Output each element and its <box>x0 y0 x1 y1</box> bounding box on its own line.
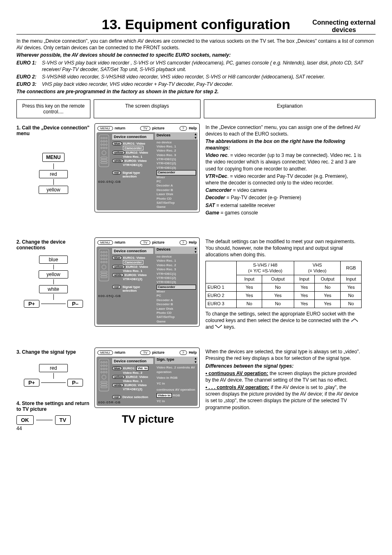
device-list-item[interactable]: Video Rec. 1 <box>157 259 196 263</box>
svg-point-35 <box>357 321 358 322</box>
osd-panel-1: MENU return TV picture ? Help <box>95 123 200 212</box>
step2-title: 2. Change the device connections <box>16 239 90 251</box>
table-row: EURO 2YesYesYesYesNo <box>206 291 362 299</box>
svg-point-46 <box>103 368 105 370</box>
device-list-item[interactable]: Photo CD <box>157 311 196 315</box>
device-list-item[interactable]: VTR+DEC(1) <box>157 157 196 161</box>
device-list-item[interactable]: VTR+DEC(3) <box>157 280 196 284</box>
intro-footer: The connections are pre-programmed in th… <box>16 88 376 95</box>
scroll-arrows-icon[interactable]: ▲▼ <box>194 246 198 254</box>
svg-rect-54 <box>101 386 107 388</box>
white-key[interactable]: white <box>39 285 68 293</box>
step1-title: 1. Call the „Device connection" menu <box>16 125 90 136</box>
svg-point-12 <box>106 147 107 149</box>
signal-list-item[interactable]: continuous AV operation <box>157 388 196 392</box>
device-list-item[interactable]: Decoder A <box>157 184 196 188</box>
r1-p2: The abbreviations in the box on the righ… <box>205 138 362 151</box>
device-list-item[interactable]: Video Rec. 3 <box>157 153 196 157</box>
svg-point-21 <box>101 255 102 256</box>
p-minus-key-3[interactable]: P– <box>67 379 83 387</box>
remote-icon <box>98 248 110 282</box>
r3-p1: When the devices are selected, the signa… <box>205 348 362 362</box>
device-list-item[interactable]: Mixer <box>157 175 196 180</box>
scroll-arrows-icon[interactable]: ▲▼ <box>194 132 198 140</box>
svg-point-2 <box>103 137 105 139</box>
svg-rect-32 <box>101 274 107 275</box>
table-row: EURO 1YesNoYesNoYes <box>206 283 362 292</box>
device-list-item[interactable]: Video Rec. 1 <box>157 145 196 149</box>
device-list-item[interactable]: no device <box>157 255 196 259</box>
svg-point-8 <box>103 144 105 145</box>
device-list-item[interactable]: Camcorder <box>157 170 196 175</box>
device-list-item[interactable]: VTR+DEC(3) <box>157 166 196 170</box>
device-list-item[interactable]: no device <box>157 140 196 145</box>
device-list-item[interactable]: VTR+DEC(2) <box>157 276 196 280</box>
device-list-item[interactable]: VTR+DEC(2) <box>157 161 196 166</box>
device-list-item[interactable]: VTR+DEC(1) <box>157 272 196 276</box>
signal-list-item[interactable]: Video Rec. 2 controls AV operation <box>157 366 196 374</box>
device-list-item[interactable]: Video Rec. 3 <box>157 267 196 272</box>
tv-key[interactable]: TV <box>55 415 71 425</box>
step4-title: 4. Store the settings and return to TV p… <box>16 401 90 412</box>
device-list-item[interactable]: Camcorder <box>157 285 196 290</box>
tv-tag-icon: TV <box>140 240 150 245</box>
svg-point-10 <box>101 147 102 149</box>
red-key[interactable]: red <box>39 170 68 178</box>
intro-p1: In the menu „Device connection", you can… <box>16 38 376 51</box>
device-list-item[interactable]: Game <box>157 205 196 209</box>
ok-key[interactable]: OK <box>16 415 34 425</box>
svg-rect-52 <box>101 381 107 383</box>
down-arrow-icon <box>215 325 222 329</box>
menu-key[interactable]: MENU <box>42 153 64 162</box>
device-list-item[interactable]: Video Rec. 2 <box>157 149 196 153</box>
tv-tag-icon: TV <box>140 126 150 131</box>
device-list-item[interactable]: Decoder A <box>157 298 196 302</box>
svg-point-43 <box>103 365 105 366</box>
help-tag-icon: ? <box>180 350 187 355</box>
svg-point-5 <box>103 140 105 142</box>
device-list-item[interactable]: Decoder B <box>157 188 196 192</box>
svg-point-18 <box>101 251 102 253</box>
signal-list-item[interactable]: YC in <box>157 399 196 403</box>
signal-list-item[interactable]: Video in RGB <box>157 394 196 398</box>
yellow-key[interactable]: yellow <box>39 186 68 194</box>
device-list-item[interactable]: SAT/SetTop <box>157 315 196 319</box>
svg-point-19 <box>103 251 105 253</box>
svg-point-23 <box>106 255 107 256</box>
svg-point-6 <box>106 140 107 142</box>
p-plus-key[interactable]: P+ <box>24 300 39 308</box>
device-list-item[interactable]: Photo CD <box>157 197 196 201</box>
col-header-right: Explanation <box>204 99 376 118</box>
svg-point-39 <box>101 362 102 363</box>
device-list-item[interactable]: SAT/SetTop <box>157 201 196 205</box>
device-list-item[interactable]: PC <box>157 180 196 184</box>
svg-point-40 <box>103 362 105 363</box>
menu-tag-icon: MENU <box>97 350 113 355</box>
device-list-item[interactable]: Video Rec. 2 <box>157 263 196 267</box>
osd-panel-2: MENU return TV picture ? Help <box>95 237 200 327</box>
svg-point-9 <box>106 144 107 145</box>
yellow-key-2[interactable]: yellow <box>39 270 68 279</box>
euro1-line: EURO 1: S-VHS or VHS play back video rec… <box>16 60 376 73</box>
device-list-item[interactable]: Mixer <box>157 290 196 294</box>
table-row: EURO 3NoNoYesYesNo <box>206 299 362 308</box>
euro2-line: EURO 2: S-VHS/Hi8 video recorder, S-VHS/… <box>16 74 376 80</box>
blue-key[interactable]: blue <box>39 256 68 264</box>
svg-point-41 <box>106 362 107 363</box>
p-minus-key[interactable]: P– <box>67 300 83 308</box>
device-list-item[interactable]: Decoder B <box>157 302 196 306</box>
red-key-3[interactable]: red <box>39 364 68 372</box>
device-list-item[interactable]: Game <box>157 320 196 324</box>
up-arrow-icon <box>351 318 358 322</box>
svg-point-50 <box>106 371 107 373</box>
device-list-item[interactable]: PC <box>157 294 196 298</box>
signal-list-item[interactable]: YC in <box>157 382 196 386</box>
p-plus-key-3[interactable]: P+ <box>24 379 39 387</box>
device-list-item[interactable]: Laser Disk <box>157 192 196 196</box>
device-list-item[interactable]: Laser Disk <box>157 307 196 311</box>
svg-point-25 <box>103 258 105 260</box>
svg-point-42 <box>101 365 102 366</box>
signal-list-item[interactable]: Video in RGB <box>157 376 196 380</box>
scroll-arrows-icon[interactable]: ▲▼ <box>194 357 198 364</box>
r2-p1: The default settings can be modified to … <box>205 238 362 258</box>
